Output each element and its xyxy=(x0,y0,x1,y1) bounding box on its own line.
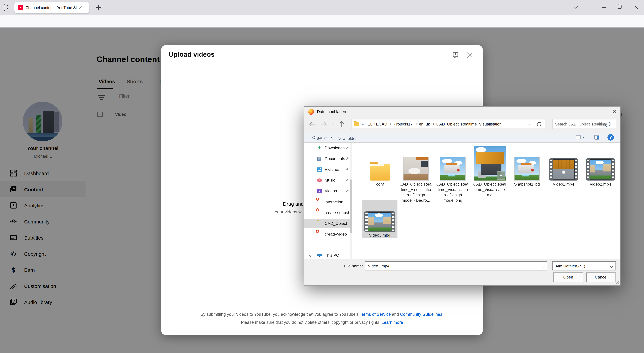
view-options-button[interactable] xyxy=(575,135,584,140)
open-button[interactable]: Open xyxy=(554,272,583,282)
file-tile-video3-selected[interactable]: Video3.mp4 xyxy=(362,200,398,238)
file-label: CAD_Object_Realtime_Visualisation - Desi… xyxy=(398,182,433,203)
file-tile-design-model-bedroom[interactable]: CAD_Object_Realtime_Visualisation - Desi… xyxy=(398,147,433,203)
breadcrumb-dropdown-chevron-icon[interactable] xyxy=(528,122,532,126)
breadcrumb-item[interactable]: Projects17 xyxy=(394,122,412,126)
file-label: Video1.mp4 xyxy=(546,182,581,187)
breadcrumb-item[interactable]: CAD_Object_Realtime_Visualisation xyxy=(436,122,502,126)
browser-titlebar: Channel content - YouTube Stud xyxy=(0,0,644,15)
dialog-back-icon[interactable] xyxy=(308,121,316,127)
organise-caret-icon xyxy=(330,137,332,138)
pin-icon xyxy=(346,146,349,150)
sidebar-item-documents[interactable]: Documents xyxy=(304,154,350,163)
expand-chevron-icon[interactable] xyxy=(309,253,312,257)
learn-more-link[interactable]: Learn more xyxy=(382,320,403,325)
video-thumbnail xyxy=(549,158,578,181)
modal-close-icon[interactable] xyxy=(466,51,473,59)
breadcrumb-item[interactable]: en_uk xyxy=(419,122,430,126)
list-tabs-icon[interactable] xyxy=(574,4,578,9)
videos-icon xyxy=(317,188,322,193)
breadcrumb[interactable]: « ELITECAD Projects17 en_uk CAD_Object_R… xyxy=(351,119,545,129)
window-maximize-button[interactable] xyxy=(618,5,622,9)
breadcrumb-separator xyxy=(414,123,417,125)
dialog-forward-icon[interactable] xyxy=(320,121,327,127)
file-tile-video2[interactable]: Video2.mp4 xyxy=(583,147,618,187)
new-folder-button[interactable]: New folder xyxy=(338,135,357,141)
elitecad-badge-icon: A xyxy=(497,171,505,180)
pin-icon xyxy=(346,178,349,182)
dialog-help-icon[interactable]: ? xyxy=(608,134,614,141)
sidebar-scrollbar[interactable] xyxy=(350,143,352,259)
breadcrumb-collapse[interactable]: « xyxy=(362,122,364,126)
breadcrumb-item[interactable]: ELITECAD xyxy=(368,122,387,126)
file-label: CAD_Object_Realtime_Visualisation - Desi… xyxy=(435,182,470,203)
sidebar-divider xyxy=(306,242,349,242)
file-name-dropdown-chevron-icon[interactable] xyxy=(542,265,544,268)
window-minimize-button[interactable] xyxy=(602,7,606,8)
sidebar-item-cad-object-selected[interactable]: CAD_Object_Rea xyxy=(304,219,350,228)
file-tile-design-model-png[interactable]: CAD_Object_Realtime_Visualisation - Desi… xyxy=(435,147,470,203)
sidebar-item-music[interactable]: ♪ Music xyxy=(304,175,350,185)
breadcrumb-folder-icon xyxy=(354,122,359,126)
music-icon: ♪ xyxy=(317,178,322,182)
sidebar-item-pictures[interactable]: Pictures xyxy=(304,165,350,174)
dialog-up-icon[interactable] xyxy=(339,121,345,128)
sidebar-item-create-videos[interactable]: create-videos xyxy=(304,229,350,239)
sidebar-item-this-pc[interactable]: This PC xyxy=(304,251,350,259)
image-thumbnail xyxy=(514,157,540,181)
file-tile-snapshot1[interactable]: Snapshot1.jpg xyxy=(510,147,544,187)
browser-tab[interactable]: Channel content - YouTube Stud xyxy=(14,2,89,13)
dialog-search-box[interactable]: Search CAD_Object_Realtime... xyxy=(552,119,616,129)
file-label: conf xyxy=(362,182,398,187)
preview-pane-icon xyxy=(594,135,600,140)
dialog-sidebar: Downloads Documents Pictures ♪ Music xyxy=(304,143,352,259)
youtube-favicon xyxy=(18,5,23,10)
pin-icon xyxy=(346,168,349,171)
send-feedback-icon[interactable] xyxy=(452,51,459,59)
copyright-footer-text: Please make sure that you do not violate… xyxy=(161,320,483,325)
organise-menu[interactable]: Organise xyxy=(312,135,332,140)
file-name-input[interactable]: Video3.mp4 xyxy=(365,261,548,270)
documents-icon xyxy=(317,156,322,161)
downloads-icon xyxy=(317,145,322,150)
pin-icon xyxy=(346,157,349,160)
cad-thumbnail: A xyxy=(474,146,506,181)
community-guidelines-link[interactable]: Community Guidelines xyxy=(400,312,442,317)
pin-icon xyxy=(346,189,349,192)
file-label: Video3.mp4 xyxy=(362,233,398,238)
file-type-select[interactable]: Alle Dateien (*.*) xyxy=(552,261,616,270)
terms-of-service-link[interactable]: Terms of Service xyxy=(360,312,391,317)
tab-close-icon[interactable] xyxy=(77,5,83,11)
cancel-button[interactable]: Cancel xyxy=(586,272,616,282)
browser-navbar: https://studio.youtube.com/channel/UCbDb… xyxy=(0,15,644,28)
resize-grip[interactable] xyxy=(616,281,619,284)
image-thumbnail xyxy=(403,157,429,181)
file-label: Video2.mp4 xyxy=(583,182,618,187)
dialog-toolbar: Organise New folder ? xyxy=(304,133,620,143)
file-tile-video1[interactable]: Video1.mp4 xyxy=(546,147,581,187)
firefox-view-icon[interactable] xyxy=(4,4,12,11)
sidebar-item-videos[interactable]: Videos xyxy=(304,186,350,195)
view-options-caret-icon xyxy=(582,137,584,138)
tab-title: Channel content - YouTube Stud xyxy=(26,6,76,10)
sidebar-item-interaction[interactable]: interaction xyxy=(304,197,350,206)
file-tile-conf[interactable]: conf xyxy=(362,147,398,187)
image-thumbnail xyxy=(440,157,466,181)
sidebar-item-downloads[interactable]: Downloads xyxy=(304,143,350,152)
sidebar-item-create-snapshot[interactable]: create-snapshot xyxy=(304,208,350,217)
file-label: Snapshot1.jpg xyxy=(510,182,544,187)
thumbnails-view-icon xyxy=(575,135,581,140)
file-name-label: File name: xyxy=(342,264,363,268)
breadcrumb-separator xyxy=(432,123,434,125)
refresh-icon[interactable] xyxy=(536,121,542,127)
preview-pane-button[interactable] xyxy=(594,135,600,142)
file-tile-cad-object-d[interactable]: A CAD_Object_Realtime_Visualisation.d xyxy=(472,147,507,198)
window-close-button[interactable] xyxy=(633,4,639,11)
new-tab-button[interactable] xyxy=(95,4,102,11)
video-thumbnail xyxy=(364,211,395,232)
breadcrumb-separator xyxy=(389,123,392,125)
dialog-search-placeholder: Search CAD_Object_Realtime... xyxy=(555,122,606,126)
recent-locations-chevron-icon[interactable] xyxy=(330,122,334,126)
file-label: CAD_Object_Realtime_Visualisation.d xyxy=(472,182,507,198)
folder-icon xyxy=(370,164,390,181)
